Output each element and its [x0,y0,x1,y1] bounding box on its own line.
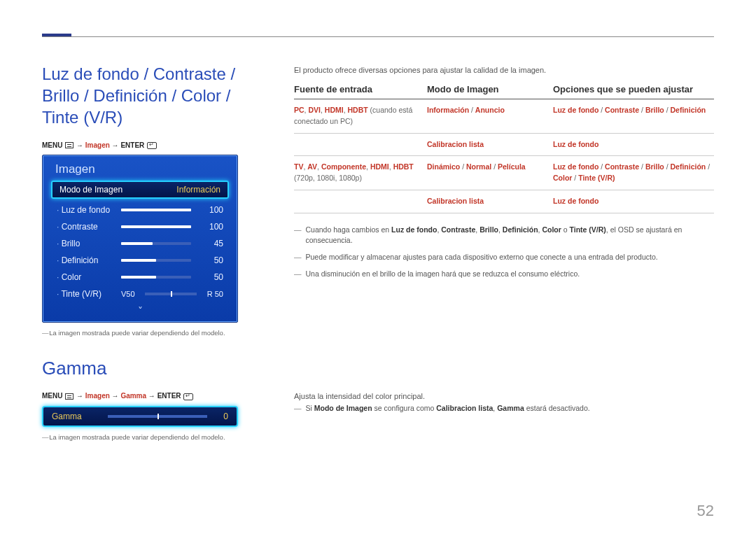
gamma-slider [108,415,207,418]
menu-path-gamma: MENU → Imagen → Gamma → ENTER [42,392,252,400]
bullet-item: Puede modificar y almacenar ajustes para… [294,249,714,266]
table-row: Calibracion lista Luz de fondo [294,134,714,157]
gamma-title: Gamma [42,358,252,379]
note-imagen: La imagen mostrada puede variar dependie… [42,328,252,338]
osd-row-contraste[interactable]: Contraste 100 [57,218,223,235]
osd-highlight-label: Modo de Imagen [59,185,122,195]
gamma-label: Gamma [52,412,108,421]
table-header: Fuente de entrada Modo de Imagen Opcione… [294,84,714,99]
gamma-description: Ajusta la intensidad del color principal… [294,391,714,416]
osd-title: Imagen [51,161,229,181]
osd-slider-list: Luz de fondo 100 Contraste 100 Brillo 45… [51,199,229,318]
menu-icon [65,393,74,400]
osd-row-color[interactable]: Color 50 [57,269,223,286]
bullet-list: Cuando haga cambios en Luz de fondo, Con… [294,222,714,283]
note-gamma: La imagen mostrada puede variar dependie… [42,433,252,442]
osd-gamma-panel[interactable]: Gamma 0 [42,406,238,427]
table-row: PC, DVI, HDMI, HDBT (cuando está conecta… [294,99,714,134]
table-row: Calibracion lista Luz de fondo [294,190,714,213]
menu-icon [65,142,74,148]
osd-imagen-panel: Imagen Modo de Imagen Información Luz de… [42,155,238,323]
osd-highlight-value: Información [176,185,220,195]
header-divider [42,36,714,37]
osd-row-brillo[interactable]: Brillo 45 [57,235,223,252]
bullet-item: Cuando haga cambios en Luz de fondo, Con… [294,222,714,250]
intro-text: El producto ofrece diversas opciones par… [294,66,714,74]
menu-path-imagen: MENU → Imagen → ENTER [42,141,252,149]
osd-modo-de-imagen-row[interactable]: Modo de Imagen Información [51,181,229,199]
bullet-item: Una disminución en el brillo de la image… [294,266,714,283]
enter-icon [183,393,193,400]
page-number: 52 [697,502,714,520]
enter-icon [147,142,157,149]
section-title: Luz de fondo / Contraste / Brillo / Defi… [42,63,252,129]
osd-row-luz-de-fondo[interactable]: Luz de fondo 100 [57,202,223,218]
osd-row-tinte[interactable]: Tinte (V/R) V50 R 50 [57,286,223,302]
osd-row-definicion[interactable]: Definición 50 [57,252,223,269]
table-row: TV, AV, Componente, HDMI, HDBT (720p, 10… [294,156,714,190]
chevron-down-icon[interactable]: ˅ [57,302,223,316]
gamma-value: 0 [214,412,228,421]
